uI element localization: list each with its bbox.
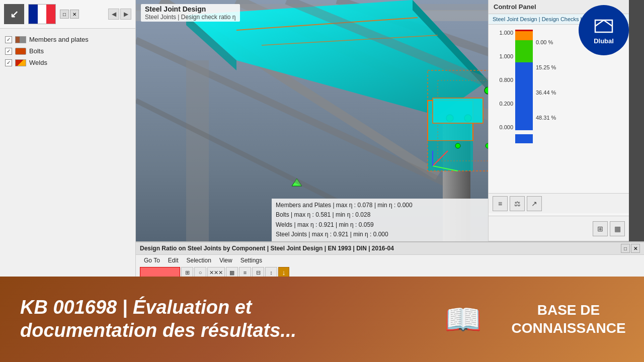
software-area: ↙ □ ✕ ◀ ▶ ✓ Member (0, 0, 644, 282)
y-label-4: 0.000 (493, 124, 513, 130)
color-scale-orange (515, 31, 533, 40)
main-screen: ↙ □ ✕ ◀ ▶ ✓ Member (0, 0, 644, 362)
left-panel: ↙ □ ✕ ◀ ▶ ✓ Member (0, 0, 136, 282)
banner-right-area: BASE DE CONNAISSANCE (493, 291, 644, 348)
y-axis: 1.000 1.000 0.800 0.200 0.000 (493, 30, 515, 130)
bottom-bar-row (489, 132, 629, 145)
menu-selection[interactable]: Selection (183, 256, 215, 265)
svg-rect-25 (433, 98, 483, 123)
status-line1: Members and Plates | max η : 0.078 | min… (276, 201, 484, 210)
book-icon: 📖 (444, 302, 482, 337)
chart-icon-btn[interactable]: ▦ (610, 221, 625, 236)
close-button[interactable]: ✕ (70, 10, 79, 19)
menu-settings[interactable]: Settings (236, 256, 266, 265)
svg-rect-36 (595, 20, 612, 32)
bottom-toolbar: Design Ratio on Steel Joints by Componen… (136, 241, 644, 282)
bottom-toolbar-title-text: Design Ratio on Steel Joints by Componen… (140, 245, 394, 252)
bottom-toolbar-title: Design Ratio on Steel Joints by Componen… (136, 242, 644, 255)
color-scale-green (515, 40, 533, 62)
checkbox-welds[interactable]: ✓ (5, 59, 12, 66)
french-flag (28, 4, 56, 24)
svg-line-38 (604, 20, 612, 26)
window-controls: □ ✕ (60, 10, 79, 19)
flag-blue (29, 5, 38, 24)
nav-arrows: ◀ ▶ (108, 9, 131, 20)
color-members (15, 36, 26, 43)
layer-list: ✓ Members and plates ✓ Bolts ✓ Welds (0, 29, 135, 73)
pct-labels: 0.00 % 15.25 % 36.44 % 48.31 % (536, 30, 556, 130)
layer-label-members: Members and plates (29, 36, 89, 43)
flag-red (46, 5, 55, 24)
svg-line-37 (595, 20, 604, 26)
status-line4: Steel Joints | max η : 0.921 | min η : 0… (276, 230, 484, 239)
viewport-3d[interactable]: Steel Joint Design Steel Joints | Design… (136, 0, 629, 282)
checkbox-members[interactable]: ✓ (5, 36, 12, 43)
pct-label-0: 0.00 % (536, 39, 556, 45)
balance-icon-btn[interactable]: ⚖ (510, 196, 525, 211)
banner-title-line2: documentation des résultats... (20, 319, 413, 342)
status-line3: Welds | max η : 0.921 | min η : 0.059 (276, 220, 484, 230)
toolbar-maximize-btn[interactable]: □ (621, 244, 630, 253)
banner-icon-area: 📖 (433, 302, 493, 337)
flag-white (38, 5, 47, 24)
banner-title: KB 001698 | Évaluation et documentation … (20, 296, 413, 342)
y-label-3: 0.200 (493, 101, 513, 107)
banner: KB 001698 | Évaluation et documentation … (0, 277, 644, 362)
layer-item-bolts[interactable]: ✓ Bolts (4, 45, 131, 57)
menu-edit[interactable]: Edit (164, 256, 183, 265)
banner-right-line2: CONNAISSANCE (511, 319, 625, 337)
dlubal-logo-svg (591, 16, 616, 36)
menu-goto[interactable]: Go To (140, 256, 164, 265)
viewport-title-block: Steel Joint Design Steel Joints | Design… (141, 4, 240, 22)
layer-item-welds[interactable]: ✓ Welds (4, 57, 131, 68)
panel-top-bar: ↙ □ ✕ ◀ ▶ (0, 0, 135, 29)
pct-label-1: 15.25 % (536, 64, 556, 70)
y-label-1: 1.000 (493, 53, 513, 59)
color-bolts (15, 48, 26, 55)
layer-label-bolts: Bolts (29, 47, 44, 55)
color-scale (515, 30, 533, 130)
banner-text-area: KB 001698 | Évaluation et documentation … (0, 286, 433, 352)
maximize-button[interactable]: □ (60, 10, 69, 19)
arrow-icon: ↙ (4, 4, 24, 24)
status-line2: Bolts | max η : 0.581 | min η : 0.028 (276, 210, 484, 220)
banner-right-line1: BASE DE (511, 301, 625, 319)
viewport-title-sub: Steel Joints | Design check ratio η (145, 14, 236, 21)
grid-icon-btn[interactable]: ⊞ (593, 221, 608, 236)
toolbar-close-btn[interactable]: ✕ (631, 244, 640, 253)
banner-right-text: BASE DE CONNAISSANCE (511, 301, 625, 338)
viewport-title-main: Steel Joint Design (145, 5, 236, 13)
color-welds (15, 59, 26, 66)
svg-point-21 (455, 143, 460, 148)
status-bar: Members and Plates | max η : 0.078 | min… (272, 199, 488, 241)
bar-blue-bottom (515, 134, 533, 143)
cp-bottom-icons: ≡ ⚖ ↗ (489, 193, 629, 213)
menu-view[interactable]: View (215, 256, 236, 265)
cp-bottom-toolbar: ⊞ ▦ (489, 216, 629, 241)
dlubal-logo: Dlubal (579, 5, 629, 55)
y-label-2: 0.800 (493, 77, 513, 83)
toolbar-window-controls: □ ✕ (621, 244, 640, 253)
layer-label-welds: Welds (29, 59, 47, 66)
export-icon-btn[interactable]: ↗ (527, 196, 542, 211)
y-label-0: 1.000 (493, 30, 513, 36)
checkbox-bolts[interactable]: ✓ (5, 48, 12, 55)
pct-label-3: 48.31 % (536, 115, 556, 121)
table-icon-btn[interactable]: ≡ (493, 196, 508, 211)
bottom-toolbar-menu: Go To Edit Selection View Settings (136, 255, 644, 266)
nav-right-button[interactable]: ▶ (120, 9, 131, 20)
color-scale-blue (515, 62, 533, 130)
nav-left-button[interactable]: ◀ (108, 9, 119, 20)
pct-label-2: 36.44 % (536, 89, 556, 96)
layer-item-members[interactable]: ✓ Members and plates (4, 34, 131, 45)
banner-title-line1: KB 001698 | Évaluation et (20, 296, 413, 319)
dlubal-label: Dlubal (594, 37, 614, 45)
